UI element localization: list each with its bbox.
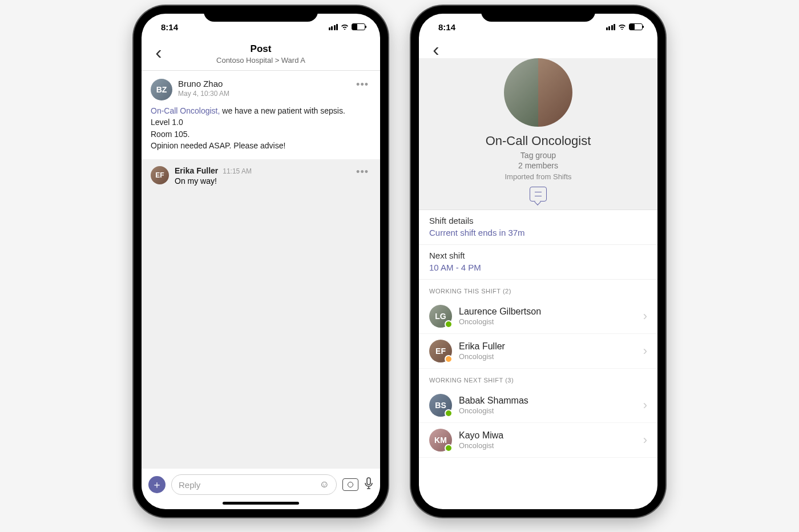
- tag-members-count: 2 members: [419, 161, 657, 170]
- avatar: EF: [429, 340, 452, 362]
- screen-left: 8:14 Post Contoso Hospital > Ward A: [142, 14, 380, 509]
- avatar[interactable]: EF: [151, 166, 169, 184]
- next-shift-label: Next shift: [429, 251, 647, 260]
- wifi-icon: [618, 22, 627, 31]
- back-button[interactable]: [147, 47, 170, 61]
- nav-header: [419, 40, 657, 58]
- post-text-1: we have a new patient with sepsis.: [220, 106, 345, 115]
- nav-header: Post Contoso Hospital > Ward A: [142, 40, 380, 71]
- member-role: Oncologist: [459, 317, 636, 326]
- member-row[interactable]: EF Erika Fuller Oncologist ›: [419, 334, 657, 369]
- chevron-left-icon: [433, 45, 439, 58]
- tag-avatar: [504, 58, 572, 127]
- next-shift-section[interactable]: Next shift 10 AM - 4 PM: [419, 245, 657, 280]
- member-role: Oncologist: [459, 441, 636, 450]
- member-role: Oncologist: [459, 406, 636, 415]
- notch: [204, 6, 318, 22]
- screen-right: 8:14 On-Call Oncologist Tag group 2 memb: [419, 14, 657, 509]
- member-role: Oncologist: [459, 352, 636, 361]
- post-time: May 4, 10:30 AM: [178, 90, 348, 98]
- next-shift-value: 10 AM - 4 PM: [429, 263, 647, 272]
- avatar[interactable]: BZ: [151, 79, 172, 100]
- shift-details-label: Shift details: [429, 216, 647, 225]
- emoji-icon[interactable]: ☺: [320, 479, 329, 490]
- wifi-icon: [340, 22, 349, 31]
- chevron-right-icon: ›: [643, 344, 647, 358]
- post-text-3: Room 105.: [151, 130, 189, 139]
- nav-title: Post: [170, 43, 352, 55]
- member-name: Babak Shammas: [459, 396, 636, 406]
- member-name: Erika Fuller: [459, 341, 636, 352]
- reply: EF Erika Fuller 11:15 AM On my way! •••: [142, 159, 380, 192]
- signal-icon: [606, 24, 616, 30]
- microphone-icon[interactable]: [364, 477, 373, 493]
- tag-header: On-Call Oncologist Tag group 2 members I…: [419, 58, 657, 210]
- reply-placeholder: Reply: [179, 480, 200, 490]
- notch: [481, 6, 595, 22]
- more-button[interactable]: •••: [354, 79, 371, 91]
- shift-details-section[interactable]: Shift details Current shift ends in 37m: [419, 210, 657, 245]
- presence-icon: [445, 320, 453, 328]
- tag-title: On-Call Oncologist: [419, 134, 657, 148]
- chevron-right-icon: ›: [643, 398, 647, 413]
- chevron-right-icon: ›: [643, 433, 647, 448]
- reply-author: Erika Fuller: [175, 166, 218, 175]
- tag-source: Imported from Shifts: [419, 172, 657, 181]
- tag-type: Tag group: [419, 151, 657, 160]
- reply-input[interactable]: Reply ☺: [171, 474, 337, 495]
- presence-icon: [445, 355, 453, 363]
- group-label-this-shift: WORKING THIS SHIFT (2): [419, 280, 657, 299]
- avatar: LG: [429, 305, 452, 328]
- presence-icon: [445, 444, 453, 452]
- phone-left: 8:14 Post Contoso Hospital > Ward A: [134, 6, 388, 517]
- signal-icon: [329, 24, 338, 30]
- camera-icon[interactable]: [342, 478, 358, 491]
- presence-icon: [445, 409, 453, 417]
- add-button[interactable]: ＋: [148, 476, 166, 493]
- status-time: 8:14: [438, 22, 455, 32]
- reply-time: 11:15 AM: [223, 167, 252, 175]
- reply-text: On my way!: [175, 176, 252, 186]
- post-author: Bruno Zhao: [178, 79, 348, 88]
- post-text-4: Opinion needed ASAP. Please advise!: [151, 141, 285, 150]
- status-right: [329, 22, 366, 31]
- member-name: Kayo Miwa: [459, 430, 636, 441]
- more-button[interactable]: •••: [354, 166, 371, 178]
- svg-rect-0: [367, 478, 370, 485]
- avatar: KM: [429, 429, 452, 452]
- post-text-2: Level 1.0: [151, 118, 183, 127]
- phone-right: 8:14 On-Call Oncologist Tag group 2 memb: [411, 6, 665, 517]
- mention[interactable]: On-Call Oncologist,: [151, 106, 220, 115]
- chat-icon[interactable]: [530, 187, 547, 201]
- battery-icon: [629, 23, 643, 30]
- member-row[interactable]: LG Laurence Gilbertson Oncologist ›: [419, 299, 657, 334]
- tag-content[interactable]: Shift details Current shift ends in 37m …: [419, 210, 657, 509]
- member-row[interactable]: BS Babak Shammas Oncologist ›: [419, 388, 657, 423]
- group-label-next-shift: WORKING NEXT SHIFT (3): [419, 369, 657, 388]
- member-row[interactable]: KM Kayo Miwa Oncologist ›: [419, 423, 657, 458]
- nav-subtitle: Contoso Hospital > Ward A: [170, 56, 352, 65]
- chevron-right-icon: ›: [643, 309, 647, 324]
- post: BZ Bruno Zhao May 4, 10:30 AM ••• On-Cal…: [142, 71, 380, 159]
- back-button[interactable]: [425, 45, 447, 58]
- status-right: [606, 22, 643, 31]
- battery-icon: [352, 23, 365, 30]
- post-body: On-Call Oncologist, we have a new patien…: [151, 105, 371, 151]
- nav-center: Post Contoso Hospital > Ward A: [170, 43, 352, 65]
- chevron-left-icon: [155, 47, 162, 61]
- home-indicator[interactable]: [223, 502, 299, 505]
- compose-bar: ＋ Reply ☺: [142, 469, 380, 498]
- status-time: 8:14: [161, 22, 178, 32]
- post-content[interactable]: BZ Bruno Zhao May 4, 10:30 AM ••• On-Cal…: [142, 71, 380, 469]
- shift-details-value: Current shift ends in 37m: [429, 228, 647, 237]
- member-name: Laurence Gilbertson: [459, 307, 636, 317]
- avatar: BS: [429, 394, 452, 417]
